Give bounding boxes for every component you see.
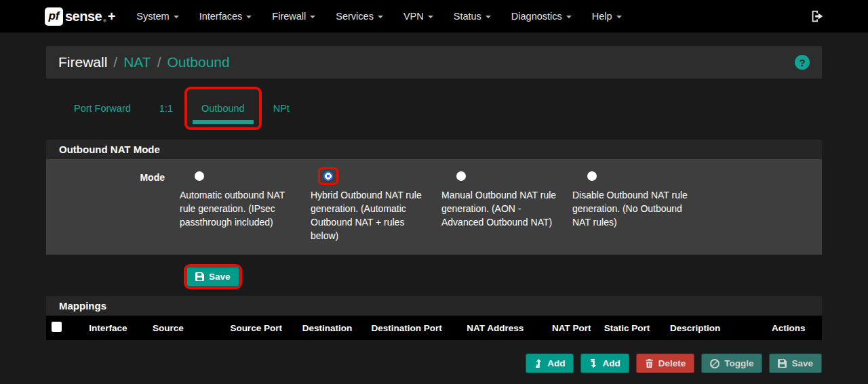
nav-item-label: Status	[454, 11, 481, 22]
pfsense-plus-mark: +	[108, 9, 116, 24]
col-nat-port: NAT Port	[548, 316, 600, 340]
col-source-port: Source Port	[226, 316, 298, 340]
tab-1-1[interactable]: 1:1	[145, 89, 187, 127]
radio-manual[interactable]	[456, 171, 466, 181]
nav-item-interfaces[interactable]: Interfaces	[189, 0, 262, 33]
sign-out-icon[interactable]	[810, 9, 825, 24]
toggle-button-label: Toggle	[724, 358, 753, 368]
mappings-actions: Add Add Delete	[46, 354, 822, 373]
nav-item-label: Help	[592, 11, 612, 22]
option-label: Disable Outbound NAT rule generation. (N…	[572, 188, 690, 229]
add-rule-bottom-button[interactable]: Add	[580, 354, 629, 373]
breadcrumb: Firewall / NAT / Outbound ?	[46, 46, 822, 79]
mode-label: Mode	[46, 168, 165, 242]
mappings-panel: Mappings Interface Source Source Port De…	[46, 296, 822, 340]
nav-item-system[interactable]: System	[126, 0, 189, 33]
option-manual: Manual Outbound NAT rule generation. (AO…	[441, 168, 572, 242]
radio-automatic[interactable]	[195, 171, 204, 181]
nav-item-label: Diagnostics	[511, 11, 562, 22]
breadcrumb-link-outbound[interactable]: Outbound	[167, 54, 229, 70]
tab-label: 1:1	[159, 103, 173, 114]
help-icon[interactable]: ?	[795, 55, 810, 70]
ban-icon	[710, 359, 719, 368]
select-all-cell	[46, 316, 85, 340]
caret-down-icon	[566, 16, 572, 18]
col-interface: Interface	[85, 316, 149, 340]
breadcrumb-link-nat[interactable]: NAT	[123, 54, 151, 70]
breadcrumb-separator: /	[157, 54, 161, 70]
nav-item-services[interactable]: Services	[326, 0, 393, 33]
breadcrumb-separator: /	[113, 54, 117, 70]
pfsense-logo-text: sense	[65, 9, 102, 24]
caret-down-icon	[616, 16, 622, 18]
caret-down-icon	[310, 16, 315, 18]
mappings-table: Interface Source Source Port Destination…	[46, 316, 822, 340]
caret-down-icon	[246, 16, 252, 18]
registered-mark: ®	[103, 19, 106, 23]
save-mappings-button-label: Save	[791, 358, 813, 368]
panel-title: Mappings	[46, 296, 822, 316]
outbound-nat-mode-panel: Outbound NAT Mode Mode Automatic outboun…	[46, 140, 822, 255]
caret-down-icon	[428, 16, 433, 18]
floppy-icon	[195, 272, 204, 281]
tab-port-forward[interactable]: Port Forward	[60, 89, 145, 127]
col-source: Source	[149, 316, 226, 340]
delete-button[interactable]: Delete	[636, 354, 695, 373]
caret-down-icon	[378, 16, 383, 18]
panel-body: Mode Automatic outbound NAT rule generat…	[46, 159, 822, 255]
delete-button-label: Delete	[658, 358, 686, 368]
nav-item-label: Firewall	[272, 11, 306, 22]
radio-hybrid[interactable]	[323, 171, 333, 181]
option-label: Automatic outbound NAT rule generation. …	[180, 188, 298, 229]
nat-mode-options: Automatic outbound NAT rule generation. …	[180, 168, 703, 242]
caret-down-icon	[174, 16, 179, 18]
col-actions: Actions	[755, 316, 822, 340]
nav-item-label: Services	[336, 11, 374, 22]
option-label: Manual Outbound NAT rule generation. (AO…	[441, 188, 559, 229]
table-header-row: Interface Source Source Port Destination…	[46, 316, 822, 340]
add-button-label: Add	[602, 358, 620, 368]
pfsense-logo[interactable]: pf sense ® +	[45, 7, 115, 26]
nav-item-vpn[interactable]: VPN	[393, 0, 443, 33]
nav-item-help[interactable]: Help	[582, 0, 632, 33]
nav-item-status[interactable]: Status	[443, 0, 501, 33]
add-rule-top-button[interactable]: Add	[526, 354, 574, 373]
nav-item-firewall[interactable]: Firewall	[262, 0, 326, 33]
floppy-icon	[778, 359, 787, 368]
select-all-checkbox[interactable]	[52, 322, 62, 332]
tab-outbound[interactable]: Outbound	[187, 89, 259, 127]
option-disable: Disable Outbound NAT rule generation. (N…	[572, 168, 703, 242]
caret-down-icon	[486, 16, 491, 18]
panel-title: Outbound NAT Mode	[46, 140, 822, 159]
nat-tabs: Port Forward 1:1 Outbound NPt	[60, 87, 822, 130]
save-button[interactable]: Save	[186, 267, 239, 286]
col-destination-port: Destination Port	[368, 316, 463, 340]
toggle-button[interactable]: Toggle	[701, 354, 762, 373]
nav-item-label: System	[136, 11, 169, 22]
nav-item-label: VPN	[403, 11, 424, 22]
tab-label: NPt	[273, 103, 290, 114]
pfsense-logo-box: pf	[45, 7, 63, 26]
radio-disable[interactable]	[587, 171, 597, 181]
option-automatic: Automatic outbound NAT rule generation. …	[180, 168, 311, 242]
main-menu: System Interfaces Firewall Services VPN …	[126, 0, 631, 33]
col-destination: Destination	[298, 316, 368, 340]
tab-label: Port Forward	[74, 103, 131, 114]
save-button-label: Save	[209, 272, 231, 282]
nav-item-diagnostics[interactable]: Diagnostics	[501, 0, 582, 33]
tab-npt[interactable]: NPt	[259, 89, 304, 127]
option-label: Hybrid Outbound NAT rule generation. (Au…	[311, 188, 429, 242]
arrow-turn-up-icon	[534, 359, 542, 368]
top-navbar: pf sense ® + System Interfaces Firewall …	[0, 0, 868, 33]
col-nat-address: NAT Address	[462, 316, 548, 340]
breadcrumb-section: Firewall	[58, 54, 107, 70]
tab-label: Outbound	[201, 103, 245, 114]
save-mappings-button[interactable]: Save	[769, 354, 822, 373]
arrow-turn-down-icon	[589, 359, 597, 368]
option-hybrid: Hybrid Outbound NAT rule generation. (Au…	[311, 168, 441, 242]
annotation-box-save: Save	[186, 267, 239, 286]
annotation-box-radio	[320, 169, 336, 183]
trash-icon	[645, 359, 654, 368]
add-button-label: Add	[547, 358, 565, 368]
col-description: Description	[666, 316, 755, 340]
